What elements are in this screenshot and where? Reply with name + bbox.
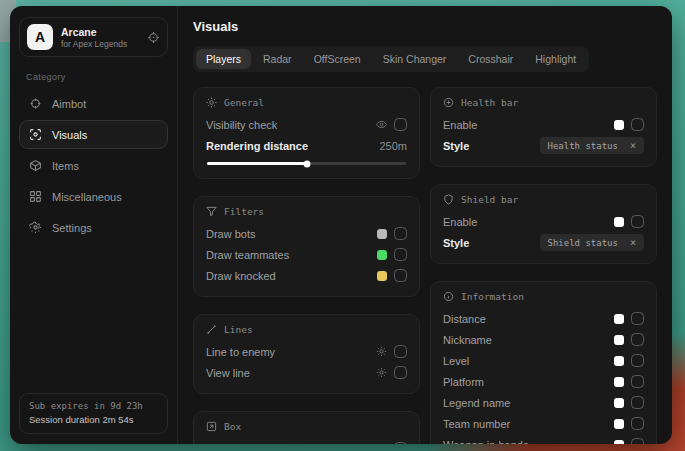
color-swatch[interactable] [614, 356, 624, 366]
sidebar-item-label: Settings [52, 222, 92, 234]
distance-checkbox[interactable] [631, 312, 644, 325]
row-box-enable: Enable [206, 438, 407, 444]
row-level: Level [443, 350, 644, 371]
sidebar-nav: Aimbot Visuals Items Miscellaneous [19, 89, 168, 242]
row-label: Legend name [443, 397, 510, 409]
tab-skin-changer[interactable]: Skin Changer [373, 49, 457, 69]
row-rendering-distance: Rendering distance 250m [206, 135, 407, 156]
color-swatch[interactable] [614, 120, 624, 130]
color-swatch[interactable] [377, 229, 387, 239]
row-visibility-check: Visibility check [206, 114, 407, 135]
tab-crosshair[interactable]: Crosshair [458, 49, 523, 69]
eye-icon[interactable] [376, 119, 387, 130]
slider-thumb[interactable] [303, 160, 310, 167]
row-label: Level [443, 355, 469, 367]
row-weapon-in-hands: Weapon in hands [443, 434, 644, 444]
right-column: Health bar Enable Style Health status [430, 87, 657, 444]
remove-icon[interactable]: × [630, 140, 636, 151]
sidebar-item-visuals[interactable]: Visuals [19, 120, 168, 149]
panel-filters-header: Filters [206, 206, 407, 217]
cube-icon [29, 159, 42, 172]
health-enable-checkbox[interactable] [631, 118, 644, 131]
platform-checkbox[interactable] [631, 375, 644, 388]
color-swatch[interactable] [614, 440, 624, 445]
panel-information: Information Distance Nickname [430, 281, 657, 444]
color-swatch[interactable] [377, 444, 387, 445]
panel-title: Shield bar [461, 194, 518, 205]
row-label: Enable [443, 216, 477, 228]
rendering-distance-value: 250m [379, 140, 407, 152]
draw-knocked-checkbox[interactable] [394, 269, 407, 282]
color-swatch[interactable] [614, 217, 624, 227]
color-swatch[interactable] [614, 335, 624, 345]
gear-icon[interactable] [376, 367, 387, 378]
remove-icon[interactable]: × [630, 237, 636, 248]
row-draw-teammates: Draw teammates [206, 244, 407, 265]
visibility-check-checkbox[interactable] [394, 118, 407, 131]
nickname-checkbox[interactable] [631, 333, 644, 346]
legend-name-checkbox[interactable] [631, 396, 644, 409]
gear-icon[interactable] [376, 346, 387, 357]
panel-box: Box Enable Enable background [193, 411, 420, 444]
row-health-style: Style Health status × [443, 135, 644, 156]
shield-style-chip[interactable]: Shield status × [540, 234, 644, 251]
view-line-checkbox[interactable] [394, 366, 407, 379]
color-swatch[interactable] [614, 314, 624, 324]
panel-shield-bar: Shield bar Enable Style Shield status [430, 184, 657, 264]
row-health-enable: Enable [443, 114, 644, 135]
team-number-checkbox[interactable] [631, 417, 644, 430]
tab-highlight[interactable]: Highlight [525, 49, 586, 69]
box-frame-icon [206, 421, 217, 432]
tab-players[interactable]: Players [196, 49, 251, 69]
color-swatch[interactable] [377, 250, 387, 260]
level-checkbox[interactable] [631, 354, 644, 367]
draw-teammates-checkbox[interactable] [394, 248, 407, 261]
row-legend-name: Legend name [443, 392, 644, 413]
panel-title: General [224, 97, 264, 108]
target-icon[interactable] [147, 31, 160, 44]
panel-health-bar-header: Health bar [443, 97, 644, 108]
tab-offscreen[interactable]: OffScreen [304, 49, 371, 69]
row-label: Platform [443, 376, 484, 388]
sidebar-item-items[interactable]: Items [19, 151, 168, 180]
tab-radar[interactable]: Radar [253, 49, 302, 69]
app-window: A Arcane for Apex Legends Category Aimbo… [10, 6, 672, 444]
line-to-enemy-checkbox[interactable] [394, 345, 407, 358]
slider-fill [207, 162, 307, 165]
box-enable-checkbox[interactable] [394, 442, 407, 444]
sidebar: A Arcane for Apex Legends Category Aimbo… [10, 6, 178, 444]
row-label: Enable [443, 119, 477, 131]
sub-expires-text: Sub expires in 9d 23h [29, 401, 158, 411]
subscription-info-box: Sub expires in 9d 23h Session duration 2… [19, 393, 168, 434]
draw-bots-checkbox[interactable] [394, 227, 407, 240]
row-draw-knocked: Draw knocked [206, 265, 407, 286]
row-label: Nickname [443, 334, 492, 346]
row-label: Visibility check [206, 119, 277, 131]
main-content: Visuals Players Radar OffScreen Skin Cha… [178, 6, 672, 444]
color-swatch[interactable] [377, 271, 387, 281]
app-header-card: A Arcane for Apex Legends [19, 17, 168, 57]
weapon-in-hands-checkbox[interactable] [631, 438, 644, 444]
app-meta: Arcane for Apex Legends [61, 26, 127, 49]
rendering-distance-slider[interactable] [207, 162, 406, 165]
sidebar-item-settings[interactable]: Settings [19, 213, 168, 242]
left-column: General Visibility check Rendering dista… [193, 87, 420, 444]
plus-circle-icon [443, 97, 454, 108]
panel-lines-header: Lines [206, 324, 407, 335]
row-nickname: Nickname [443, 329, 644, 350]
sidebar-item-aimbot[interactable]: Aimbot [19, 89, 168, 118]
crosshair-icon [29, 97, 42, 110]
panel-shield-bar-header: Shield bar [443, 194, 644, 205]
health-style-chip[interactable]: Health status × [540, 137, 644, 154]
sidebar-item-label: Visuals [52, 129, 87, 141]
row-distance: Distance [443, 308, 644, 329]
sidebar-item-miscellaneous[interactable]: Miscellaneous [19, 182, 168, 211]
sidebar-item-label: Aimbot [52, 98, 86, 110]
panel-box-header: Box [206, 421, 407, 432]
color-swatch[interactable] [614, 377, 624, 387]
color-swatch[interactable] [614, 419, 624, 429]
row-line-to-enemy: Line to enemy [206, 341, 407, 362]
row-view-line: View line [206, 362, 407, 383]
shield-enable-checkbox[interactable] [631, 215, 644, 228]
color-swatch[interactable] [614, 398, 624, 408]
